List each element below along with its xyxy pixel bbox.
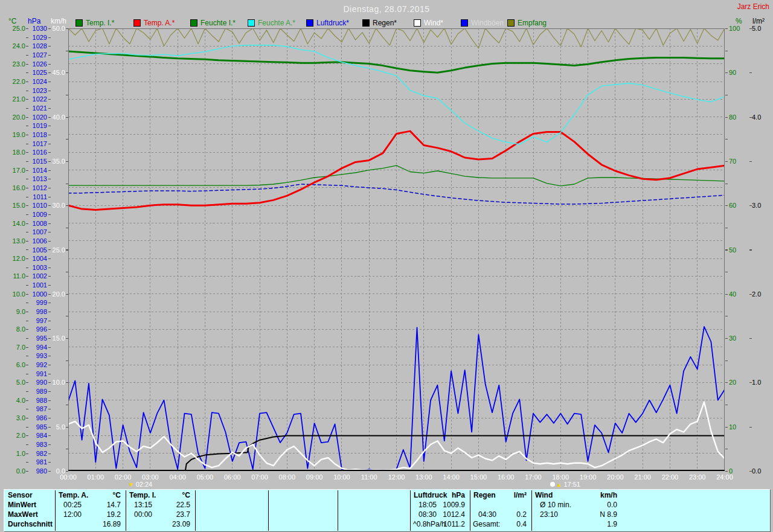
unit-label-hpa: hPa bbox=[28, 17, 40, 25]
x-axis-label: 17:00 bbox=[520, 473, 547, 481]
marker-time-label: 02:24 bbox=[134, 481, 153, 488]
y-axis-label-temp: 13.0 bbox=[4, 237, 25, 245]
x-axis-label: 09:00 bbox=[301, 473, 328, 481]
y-axis-label-pct: 70 bbox=[729, 158, 747, 165]
stat-cell: 19.2 bbox=[55, 510, 121, 519]
y-axis-label-hpa: 1018 bbox=[28, 131, 47, 138]
legend-item-feuchte-a[interactable]: Feuchte A.* bbox=[248, 18, 295, 25]
y-axis-label-kmh: 10.0 bbox=[43, 379, 65, 386]
y-axis-label-hpa: 1001 bbox=[28, 281, 47, 289]
unit-label-temp: °C bbox=[8, 17, 16, 25]
unit-label-lm2: l/m² bbox=[752, 17, 765, 25]
legend-color-box-icon bbox=[461, 19, 468, 27]
legend-color-box-icon bbox=[190, 19, 197, 27]
legend-item-regen[interactable]: Regen* bbox=[362, 18, 397, 25]
y-axis-label-pct: 50 bbox=[729, 246, 747, 254]
y-axis-label-pct: 40 bbox=[729, 290, 747, 298]
stat-cell: 0.0 bbox=[531, 501, 617, 510]
x-axis-label: 18:00 bbox=[547, 473, 574, 481]
legend-item-temp-i[interactable]: Temp. I.* bbox=[75, 18, 114, 25]
legend-item-label: Empfang bbox=[518, 19, 547, 27]
marker-moonrise: ▲ 17:51 bbox=[550, 481, 580, 489]
y-axis-label-lm2: 5.0 bbox=[752, 25, 772, 32]
y-axis-label-hpa: 1004 bbox=[28, 255, 47, 262]
y-axis-label-hpa: 999 bbox=[28, 299, 47, 306]
y-axis-label-temp: 16.0 bbox=[4, 184, 25, 191]
x-axis-label: 12:00 bbox=[383, 473, 410, 481]
y-axis-label-hpa: 997 bbox=[28, 317, 47, 324]
y-axis-label-temp: 17.0 bbox=[4, 167, 25, 174]
legend-item-label: Temp. I.* bbox=[86, 19, 114, 27]
arrow-down-icon: ▼ bbox=[128, 481, 134, 488]
arrow-up-icon: ▲ bbox=[556, 481, 562, 488]
y-axis-label-hpa: 986 bbox=[28, 414, 47, 421]
x-axis-label: 20:00 bbox=[602, 473, 629, 481]
stat-cell: 1012.4 bbox=[410, 510, 465, 519]
legend-item-label: Feuchte I.* bbox=[200, 19, 236, 27]
x-axis-label: 01:00 bbox=[82, 473, 109, 481]
y-axis-label-pct: 30 bbox=[729, 335, 747, 342]
y-axis-label-hpa: 1021 bbox=[28, 104, 47, 112]
y-axis-label-temp: 3.0 bbox=[4, 414, 25, 421]
x-axis-label: 11:00 bbox=[356, 473, 382, 481]
y-axis-label-kmh: 5.0 bbox=[43, 423, 65, 431]
legend-item-luftdruck[interactable]: Luftdruck* bbox=[306, 18, 349, 25]
stat-cell: 0.4 bbox=[470, 520, 527, 529]
stat-cell: 22.5 bbox=[126, 501, 190, 510]
statistics-table: SensorMinWertMaxWertDurchschnittTemp. A.… bbox=[4, 489, 771, 532]
y-axis-label-lm2: 1.0 bbox=[752, 379, 772, 386]
y-axis-label-temp: 22.0 bbox=[4, 78, 25, 85]
series-luftdruck bbox=[68, 184, 725, 204]
y-axis-label-temp: 10.0 bbox=[4, 290, 25, 298]
y-axis-label-pct: 100 bbox=[729, 25, 747, 32]
legend-item-label: Luftdruck* bbox=[316, 19, 349, 27]
y-axis-label-temp: 6.0 bbox=[4, 361, 25, 368]
table-column-separator bbox=[195, 490, 196, 531]
legend-item-windb-en[interactable]: Windböen bbox=[461, 18, 504, 25]
y-axis-label-hpa: 989 bbox=[28, 388, 47, 395]
y-axis-label-kmh: 40.0 bbox=[43, 114, 65, 121]
x-axis-label: 22:00 bbox=[656, 473, 683, 481]
y-axis-label-temp: 4.0 bbox=[4, 397, 25, 404]
stat-cell: hPa bbox=[410, 491, 465, 500]
legend-item-feuchte-i[interactable]: Feuchte I.* bbox=[190, 18, 236, 25]
stat-cell: 14.7 bbox=[55, 501, 121, 510]
stat-cell: °C bbox=[55, 491, 121, 500]
y-axis-label-hpa: 1013 bbox=[28, 175, 47, 182]
legend-item-label: Temp. A.* bbox=[144, 19, 175, 27]
legend-color-box-icon bbox=[248, 19, 255, 27]
x-axis-label: 24:00 bbox=[711, 473, 738, 481]
legend-item-empfang[interactable]: Empfang bbox=[507, 18, 547, 25]
x-axis-label: 02:00 bbox=[110, 473, 136, 481]
y-axis-label-hpa: 981 bbox=[28, 458, 47, 466]
legend-item-label: Windböen bbox=[471, 19, 504, 27]
y-axis-label-temp: 9.0 bbox=[4, 308, 25, 315]
y-axis-label-pct: 80 bbox=[729, 114, 747, 121]
y-axis-label-kmh: 50.0 bbox=[43, 25, 65, 32]
y-axis-label-kmh: 35.0 bbox=[43, 158, 65, 165]
y-axis-label-temp: 20.0 bbox=[4, 114, 25, 121]
stat-cell: 1.9 bbox=[531, 520, 617, 529]
y-axis-label-hpa: 991 bbox=[28, 370, 47, 377]
x-axis-label: 16:00 bbox=[493, 473, 519, 481]
y-axis-label-hpa: 984 bbox=[28, 432, 47, 439]
y-axis-label-hpa: 1006 bbox=[28, 237, 47, 245]
moon-icon bbox=[550, 482, 555, 487]
y-axis-label-temp: 5.0 bbox=[4, 379, 25, 386]
legend-item-label: Wind* bbox=[424, 19, 443, 27]
legend-item-wind[interactable]: Wind* bbox=[414, 18, 443, 25]
y-axis-label-temp: 12.0 bbox=[4, 255, 25, 262]
unit-label-kmh: km/h bbox=[51, 17, 66, 25]
y-axis-label-hpa: 994 bbox=[28, 344, 47, 351]
stat-cell: l/m² bbox=[470, 491, 527, 500]
legend-color-box-icon bbox=[75, 19, 83, 27]
y-axis-label-kmh: 20.0 bbox=[43, 290, 65, 298]
temp-axis-ticks bbox=[26, 28, 28, 472]
legend-item-temp-a[interactable]: Temp. A.* bbox=[133, 18, 175, 25]
y-axis-label-hpa: 996 bbox=[28, 325, 47, 333]
y-axis-label-temp: 0.0 bbox=[4, 467, 25, 475]
lm2-axis-ticks bbox=[749, 28, 752, 472]
x-axis-label: 07:00 bbox=[246, 473, 273, 481]
y-axis-label-kmh: 25.0 bbox=[43, 246, 65, 254]
x-axis-label: 15:00 bbox=[465, 473, 492, 481]
